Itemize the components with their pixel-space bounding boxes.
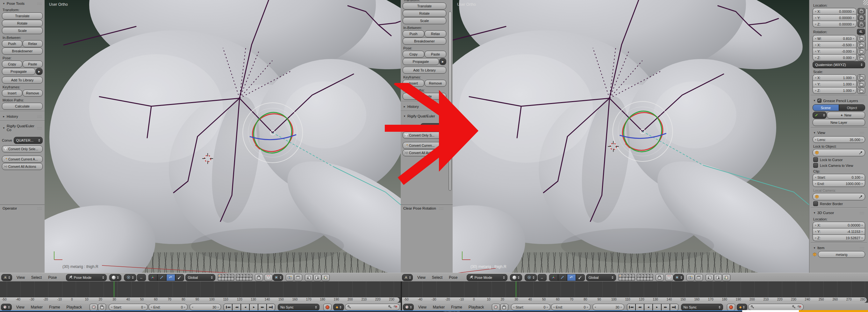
layer-cell[interactable] <box>640 274 643 277</box>
increment-arrow-icon[interactable]: ▸ <box>862 138 863 141</box>
item-name-field[interactable]: metarig <box>818 251 865 258</box>
auto-keyframe-record-button[interactable] <box>727 304 735 311</box>
field-y-0-000[interactable]: ◂Y:-0.000▸ <box>813 48 857 55</box>
layer-cell[interactable] <box>249 278 252 280</box>
unlock-toggle[interactable] <box>858 48 865 55</box>
menu-view[interactable]: View <box>17 275 25 280</box>
rotation-4l-button[interactable]: 4L <box>857 29 865 35</box>
increment-arrow-icon[interactable]: ▸ <box>862 182 863 185</box>
manipulator-toggle-button[interactable]: ↔ <box>137 274 146 281</box>
scale-button[interactable]: Scale <box>403 17 446 24</box>
play-reverse-button[interactable]: ◀ <box>644 304 653 311</box>
panel-grip[interactable]: :::: <box>860 99 865 103</box>
new-layer-button[interactable]: New Layer <box>813 119 865 126</box>
current-frame-field[interactable]: ◂30▸ <box>592 304 624 310</box>
lock-to-cursor-checkbox[interactable]: Lock to Cursor <box>813 157 865 162</box>
decrement-arrow-icon[interactable]: ◂ <box>815 89 816 92</box>
jump-start-button[interactable]: ▌◀◀ <box>627 304 636 311</box>
field-z-0-000[interactable]: ◂Z:0.000▸ <box>813 55 857 61</box>
lock-toggle[interactable] <box>858 15 865 21</box>
layer-cell[interactable] <box>628 274 631 277</box>
timeline-track[interactable] <box>0 281 401 297</box>
snap-toggle-button[interactable] <box>665 274 673 281</box>
next-keyframe-button[interactable]: ▶▶ <box>661 304 670 311</box>
field-z-19-52827[interactable]: ◂Z:19.52827▸ <box>813 235 865 241</box>
increment-arrow-icon[interactable]: ▸ <box>853 56 854 59</box>
prev-keyframe-button[interactable]: ◀◀ <box>636 304 644 311</box>
menu-select[interactable]: Select <box>432 275 442 280</box>
manipulator-rotate-button[interactable] <box>166 274 175 281</box>
frame-end-field[interactable]: ◂End:0▸ <box>551 304 591 310</box>
manipulator-translate-button[interactable] <box>558 274 567 281</box>
increment-arrow-icon[interactable]: ▸ <box>853 83 854 85</box>
layer-cell[interactable] <box>622 278 625 280</box>
relax-button[interactable]: Relax <box>425 30 446 37</box>
propagate-more-button[interactable]: ▶ <box>439 58 446 65</box>
decrement-arrow-icon[interactable]: ◂ <box>815 176 816 179</box>
layer-cell[interactable] <box>632 278 634 280</box>
decrement-arrow-icon[interactable]: ◂ <box>815 16 816 19</box>
decrement-arrow-icon[interactable]: ◂ <box>815 182 816 185</box>
menu-view[interactable]: View <box>417 275 426 280</box>
unlock-toggle[interactable] <box>858 81 865 87</box>
manipulator-axis-button[interactable] <box>149 274 157 281</box>
add-to-library-button[interactable]: Add To Library <box>2 77 43 84</box>
layer-cell[interactable] <box>637 274 640 277</box>
panel-grip[interactable]: :::: <box>37 207 42 210</box>
layer-cell[interactable] <box>625 274 628 277</box>
panel-header-history[interactable]: ►History:::: <box>0 113 44 119</box>
decrement-arrow-icon[interactable]: ◂ <box>815 138 816 141</box>
opengl-render-button[interactable] <box>286 274 294 281</box>
manipulator-rotate-button[interactable] <box>567 274 576 281</box>
translate-button[interactable]: Translate <box>2 12 43 20</box>
snap-toggle-button[interactable] <box>265 274 273 281</box>
propagate-button[interactable]: Propagate <box>2 68 35 75</box>
layer-cell[interactable] <box>246 278 249 280</box>
unlock-toggle[interactable] <box>858 74 865 81</box>
copy-pose-button[interactable] <box>305 274 313 281</box>
opengl-render-button[interactable] <box>686 274 695 281</box>
paste-pose-button[interactable] <box>714 274 722 281</box>
lock-to-scene-button[interactable] <box>255 274 263 281</box>
decrement-arrow-icon[interactable]: ◂ <box>815 37 816 40</box>
convert-all-actions-button[interactable]: Convert All Actions <box>2 163 43 170</box>
snap-element-dropdown[interactable] <box>673 274 684 281</box>
panel-grip[interactable]: :::: <box>860 211 865 215</box>
decrement-arrow-icon[interactable]: ◂ <box>815 10 816 13</box>
convert-current-a-button[interactable]: Convert Current A... <box>2 156 43 163</box>
increment-arrow-icon[interactable]: ▸ <box>853 10 854 13</box>
viewport-left[interactable]: User Ortho (30) metarig : thigh.R <box>44 0 401 273</box>
field-y-1-000[interactable]: ◂Y:1.000▸ <box>813 81 857 87</box>
menu-playback[interactable]: Playback <box>469 305 484 309</box>
layer-cell[interactable] <box>231 278 234 280</box>
menu-pose[interactable]: Pose <box>48 275 57 280</box>
manipulator-translate-button[interactable] <box>157 274 166 281</box>
push-button[interactable]: Push <box>2 40 22 47</box>
rotate-button[interactable]: Rotate <box>403 10 446 17</box>
rotate-button[interactable]: Rotate <box>2 20 43 27</box>
play-button[interactable]: ▶ <box>653 304 661 311</box>
menu-frame[interactable]: Frame <box>49 305 60 309</box>
play-reverse-button[interactable]: ◀ <box>241 304 249 311</box>
viewport-shading-dropdown[interactable] <box>109 274 121 281</box>
decrement-arrow-icon[interactable]: ◂ <box>815 224 816 227</box>
increment-arrow-icon[interactable]: ▸ <box>853 37 854 40</box>
viewport-right[interactable]: User Ortho (30) metarig : thigh.R <box>453 0 809 273</box>
field-x-0-00000[interactable]: ◂X:0.00000▸ <box>813 222 865 228</box>
layer-cell[interactable] <box>240 278 242 280</box>
copy-button[interactable]: Copy <box>403 51 424 58</box>
mode-dropdown[interactable]: Pose Mode <box>66 274 107 281</box>
panel-grip[interactable]: :::: <box>37 126 42 130</box>
manipulator-scale-button[interactable] <box>576 274 585 281</box>
snap-element-dropdown[interactable] <box>273 274 283 281</box>
increment-arrow-icon[interactable]: ▸ <box>862 236 863 239</box>
layer-cell[interactable] <box>640 278 643 280</box>
layer-cell[interactable] <box>228 278 230 280</box>
editor-type-dropdown[interactable] <box>1 274 12 281</box>
layer-cell[interactable] <box>243 274 246 277</box>
viewport-shading-dropdown[interactable] <box>510 274 522 281</box>
increment-arrow-icon[interactable]: ▸ <box>862 230 863 233</box>
paste-flipped-pose-button[interactable] <box>321 274 330 281</box>
field-z-0-00000[interactable]: ◂Z:0.00000▸ <box>813 21 857 27</box>
gp-new-button[interactable]: +New <box>827 112 865 119</box>
